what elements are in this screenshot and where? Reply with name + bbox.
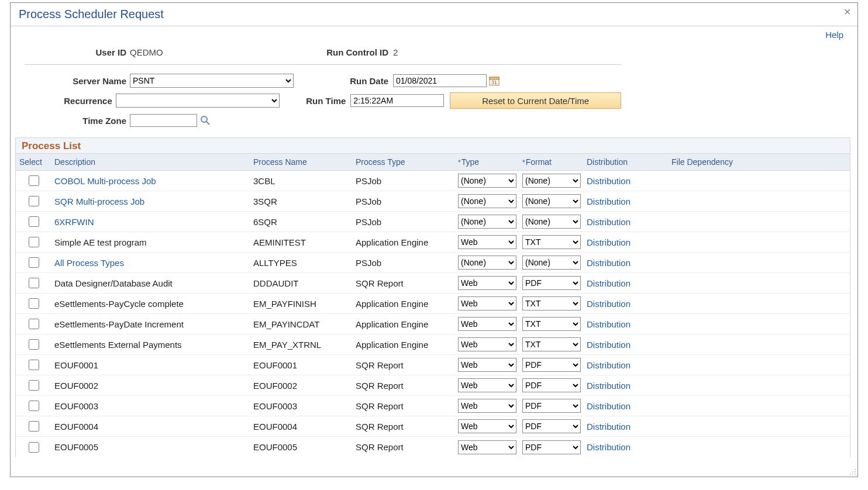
select-checkbox[interactable] [29,257,39,268]
format-select[interactable]: PDF [522,419,581,433]
type-select[interactable]: Web [458,276,516,290]
distribution-link[interactable]: Distribution [587,422,631,432]
th-process-type[interactable]: Process Type [352,156,454,168]
server-name-select[interactable]: PSNT [130,74,294,88]
select-checkbox[interactable] [29,175,39,186]
type-select[interactable]: (None) [458,174,516,188]
distribution-link[interactable]: Distribution [587,278,631,288]
description-link[interactable]: SQR Multi-process Job [54,196,144,206]
select-checkbox[interactable] [29,298,39,309]
description-link[interactable]: 6XRFWIN [54,217,94,227]
type-select[interactable]: Web [458,419,516,433]
svg-point-6 [852,471,853,472]
close-icon[interactable]: ✕ [841,5,854,19]
row-server: Server Name PSNT Run Date 31 [25,71,621,91]
distribution-link[interactable]: Distribution [587,442,631,452]
search-icon[interactable] [199,115,211,126]
scroll-area[interactable]: Help User ID QEDMO Run Control ID 2 Serv… [11,26,857,477]
row-recurrence: Recurrence Run Time Reset to Current Dat… [25,91,621,111]
select-checkbox[interactable] [29,278,39,288]
select-checkbox[interactable] [29,216,39,227]
description-text: EOUF0004 [54,422,98,432]
run-date-label: Run Date [311,76,393,86]
format-select[interactable]: TXT [522,296,581,310]
select-checkbox[interactable] [29,339,39,350]
description-link[interactable]: COBOL Multi-process Job [54,176,156,186]
type-select[interactable]: (None) [458,194,516,208]
format-select[interactable]: TXT [522,317,581,331]
select-checkbox[interactable] [29,380,39,391]
process-type: SQR Report [352,360,454,370]
select-checkbox[interactable] [29,401,39,411]
type-select[interactable]: Web [458,440,516,454]
type-select[interactable]: Web [458,235,516,249]
th-type[interactable]: *Type [454,156,519,168]
distribution-link[interactable]: Distribution [587,176,631,186]
th-description[interactable]: Description [51,156,250,168]
type-select[interactable]: (None) [458,256,516,270]
process-name: 3CBL [250,176,352,186]
distribution-link[interactable]: Distribution [587,237,631,247]
format-select[interactable]: (None) [522,215,581,229]
process-name: EOUF0005 [250,442,352,452]
reset-datetime-button[interactable]: Reset to Current Date/Time [450,92,621,109]
distribution-link[interactable]: Distribution [587,319,631,329]
process-type: SQR Report [352,401,454,411]
th-process-name[interactable]: Process Name [250,156,352,168]
format-select[interactable]: TXT [522,337,581,351]
th-distribution[interactable]: Distribution [583,156,668,168]
process-type: SQR Report [352,422,454,432]
type-select[interactable]: Web [458,358,516,372]
process-type: Application Engine [352,319,454,329]
distribution-link[interactable]: Distribution [587,299,631,309]
user-id-value: QEDMO [130,47,311,57]
distribution-link[interactable]: Distribution [587,258,631,268]
th-format[interactable]: *Format [519,156,583,168]
format-select[interactable]: PDF [522,276,581,290]
distribution-link[interactable]: Distribution [587,217,631,227]
th-file-dependency[interactable]: File Dependency [668,156,797,168]
calendar-icon[interactable]: 31 [489,75,500,86]
type-select[interactable]: Web [458,317,516,331]
distribution-link[interactable]: Distribution [587,196,631,206]
process-type: Application Engine [352,340,454,350]
type-select[interactable]: Web [458,337,516,351]
distribution-link[interactable]: Distribution [587,401,631,411]
help-link[interactable]: Help [825,30,843,40]
format-select[interactable]: PDF [522,378,581,392]
format-select[interactable]: (None) [522,194,581,208]
process-type: PSJob [352,258,454,268]
th-select[interactable]: Select [16,156,51,168]
format-select[interactable]: (None) [522,256,581,270]
time-zone-input[interactable] [130,114,197,127]
run-date-input[interactable] [393,74,487,87]
description-text: EOUF0003 [54,401,98,411]
distribution-link[interactable]: Distribution [587,360,631,370]
format-select[interactable]: PDF [522,399,581,413]
format-select[interactable]: PDF [522,440,581,454]
format-select[interactable]: PDF [522,358,581,372]
distribution-link[interactable]: Distribution [587,340,631,350]
recurrence-label: Recurrence [25,96,116,106]
type-select[interactable]: Web [458,399,516,413]
select-checkbox[interactable] [29,237,39,247]
select-checkbox[interactable] [29,319,39,329]
description-link[interactable]: All Process Types [54,258,124,268]
format-select[interactable]: TXT [522,235,581,249]
modal-header: Process Scheduler Request ✕ [11,3,857,26]
select-checkbox[interactable] [29,442,39,453]
type-select[interactable]: Web [458,296,516,310]
process-name: DDDAUDIT [250,278,352,288]
resize-grip-icon[interactable] [848,467,856,475]
type-select[interactable]: (None) [458,215,516,229]
type-select[interactable]: Web [458,378,516,392]
select-checkbox[interactable] [29,421,39,432]
recurrence-select[interactable] [116,94,280,108]
distribution-link[interactable]: Distribution [587,381,631,391]
format-select[interactable]: (None) [522,174,581,188]
run-time-input[interactable] [350,94,444,107]
table-row: 6XRFWIN6SQRPSJob(None)(None)Distribution [16,212,850,232]
select-checkbox[interactable] [29,360,39,370]
select-checkbox[interactable] [29,196,39,206]
process-list-title: Process List [22,140,81,151]
